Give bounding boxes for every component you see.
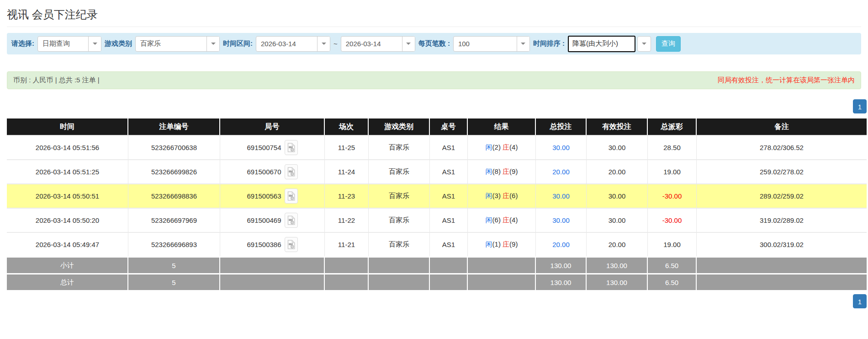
cell-table: AS1 <box>430 159 468 183</box>
cell-time: 2026-03-14 05:50:51 <box>7 183 128 208</box>
query-type-select[interactable]: 日期查询 <box>37 36 101 52</box>
cell-result: 闲(6) 庄(4) <box>468 208 536 232</box>
cell-remark: 300.02/319.02 <box>697 232 867 256</box>
video-replay-button[interactable] <box>285 213 298 228</box>
total-bet-link[interactable]: 20.00 <box>552 168 570 176</box>
total-bet-link[interactable]: 30.00 <box>552 192 570 200</box>
date-to-select[interactable]: 2026-03-14 <box>341 36 415 52</box>
header-bet-id: 注单编号 <box>128 118 220 135</box>
cell-session: 11-21 <box>325 232 369 256</box>
cell-session: 11-22 <box>325 208 369 232</box>
cell-result: 闲(2) 庄(4) <box>468 135 536 159</box>
total-count: 5 <box>128 273 220 290</box>
bet-records-table: 时间 注单编号 局号 场次 游戏类别 桌号 结果 总投注 有效投注 总派彩 备注… <box>7 118 867 290</box>
cell-round: 691500670 <box>220 159 325 183</box>
cell-result: 闲(8) 庄(9) <box>468 159 536 183</box>
video-replay-button[interactable] <box>285 237 298 252</box>
result-player-value: (8) <box>492 167 503 175</box>
round-number: 691500386 <box>247 241 281 248</box>
result-player-value: (1) <box>492 240 503 248</box>
cell-game: 百家乐 <box>369 135 430 159</box>
per-page-select[interactable]: 100 <box>453 36 530 52</box>
subtotal-total-bet: 130.00 <box>536 256 587 273</box>
pagination-page-1[interactable]: 1 <box>853 99 867 113</box>
result-player-value: (6) <box>492 216 503 224</box>
cell-table: AS1 <box>430 183 468 208</box>
round-number-with-replay: 691500386 <box>247 237 297 252</box>
filter-bar: 请选择: 日期查询 游戏类别 百家乐 时间区间: 2026-03-14 ~ 20… <box>7 33 861 54</box>
game-category-label: 游戏类别 <box>105 39 132 48</box>
sort-order-input[interactable]: 降冪(由大到小) <box>568 36 635 52</box>
video-replay-button[interactable] <box>285 164 298 179</box>
cell-table: AS1 <box>430 232 468 256</box>
result-banker-value: (6) <box>509 192 518 199</box>
result-player-label: 闲 <box>486 167 492 175</box>
cell-round: 691500386 <box>220 232 325 256</box>
total-valid-bet: 130.00 <box>587 273 648 290</box>
table-row: 2026-03-14 05:49:47523266696893691500386… <box>7 232 867 256</box>
search-button[interactable]: 查询 <box>656 36 681 52</box>
result-banker-label: 庄 <box>503 167 509 175</box>
cell-game: 百家乐 <box>369 159 430 183</box>
cell-remark: 278.02/306.52 <box>697 135 867 159</box>
cell-table: AS1 <box>430 208 468 232</box>
date-from-select[interactable]: 2026-03-14 <box>256 36 330 52</box>
cell-payout: 19.00 <box>648 159 697 183</box>
round-number-with-replay: 691500563 <box>247 188 297 204</box>
total-bet-link[interactable]: 30.00 <box>552 216 570 224</box>
cell-total-bet[interactable]: 30.00 <box>536 183 587 208</box>
table-row: 2026-03-14 05:50:20523266697969691500469… <box>7 208 867 232</box>
sort-order-chevron-down-icon[interactable] <box>637 36 651 52</box>
cell-total-bet[interactable]: 20.00 <box>536 159 587 183</box>
query-type-chevron-down-icon[interactable] <box>88 37 101 51</box>
date-to-chevron-down-icon[interactable] <box>402 37 415 51</box>
cell-session: 11-23 <box>325 183 369 208</box>
cell-time: 2026-03-14 05:51:56 <box>7 135 128 159</box>
cell-total-bet[interactable]: 30.00 <box>536 135 587 159</box>
date-from-chevron-down-icon[interactable] <box>317 37 330 51</box>
cell-session: 11-25 <box>325 135 369 159</box>
video-replay-button[interactable] <box>285 140 298 155</box>
video-file-icon <box>287 240 295 249</box>
video-file-icon <box>287 167 295 177</box>
header-session: 场次 <box>325 118 369 135</box>
round-number: 691500670 <box>247 168 281 176</box>
round-number: 691500754 <box>247 144 281 151</box>
table-row: 2026-03-14 05:51:56523266700638691500754… <box>7 135 867 159</box>
total-total-bet: 130.00 <box>536 273 587 290</box>
cell-payout: -30.00 <box>648 183 697 208</box>
video-replay-button[interactable] <box>285 188 298 204</box>
total-bet-link[interactable]: 20.00 <box>552 241 570 248</box>
result-player-label: 闲 <box>486 216 492 224</box>
cell-valid-bet: 20.00 <box>587 232 648 256</box>
cell-time: 2026-03-14 05:50:20 <box>7 208 128 232</box>
time-range-label: 时间区间: <box>223 39 253 48</box>
cell-total-bet[interactable]: 30.00 <box>536 208 587 232</box>
subtotal-row: 小计 5 130.00 130.00 6.50 <box>7 256 867 273</box>
total-bet-link[interactable]: 30.00 <box>552 144 570 151</box>
cell-valid-bet: 20.00 <box>587 159 648 183</box>
range-separator: ~ <box>333 40 338 48</box>
result-player-value: (2) <box>492 143 503 151</box>
query-type-value: 日期查询 <box>38 37 88 51</box>
summary-bar: 币别 : 人民币 | 总共 :5 注单 | 同局有效投注，统一计算在该局第一张注… <box>7 71 861 89</box>
game-category-chevron-down-icon[interactable] <box>206 37 219 51</box>
result-banker-label: 庄 <box>503 192 509 199</box>
result-banker-value: (9) <box>509 167 518 175</box>
cell-table: AS1 <box>430 135 468 159</box>
per-page-chevron-down-icon[interactable] <box>517 37 529 51</box>
video-file-icon <box>287 215 295 225</box>
header-valid-bet: 有效投注 <box>587 118 648 135</box>
table-row: 2026-03-14 05:50:51523266698836691500563… <box>7 183 867 208</box>
video-file-icon <box>287 143 295 152</box>
cell-bet-id: 523266700638 <box>128 135 220 159</box>
total-row: 总计 5 130.00 130.00 6.50 <box>7 273 867 290</box>
subtotal-label: 小计 <box>7 256 128 273</box>
pagination-page-1[interactable]: 1 <box>853 294 867 308</box>
game-category-select[interactable]: 百家乐 <box>135 36 220 52</box>
cell-time: 2026-03-14 05:49:47 <box>7 232 128 256</box>
total-payout: 6.50 <box>648 273 697 290</box>
cell-game: 百家乐 <box>369 183 430 208</box>
cell-total-bet[interactable]: 20.00 <box>536 232 587 256</box>
cell-bet-id: 523266696893 <box>128 232 220 256</box>
